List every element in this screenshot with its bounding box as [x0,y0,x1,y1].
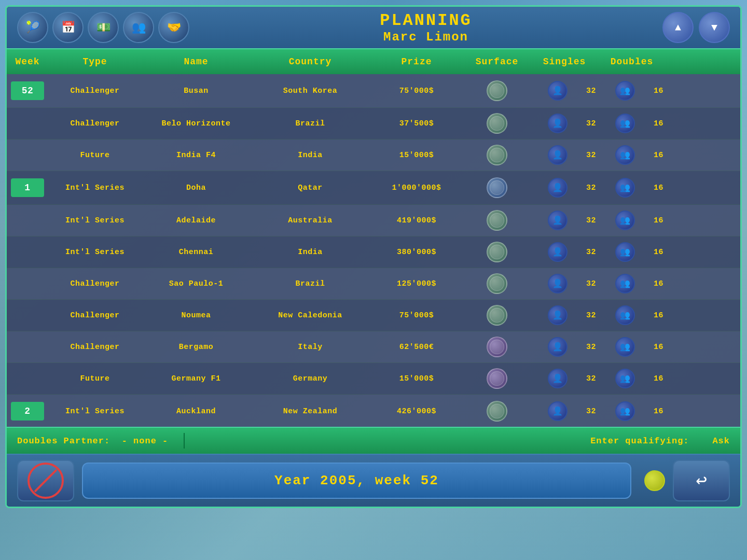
week-cell [7,310,48,320]
singles-icon: 👤 [548,337,568,357]
table-row[interactable]: Challenger Bergamo Italy 62'500€ 👤 32 👥 … [7,331,740,363]
week-cell [7,118,48,129]
doubles-icon: 👥 [615,145,635,165]
calendar-icon[interactable]: 📅 [52,12,84,43]
table-row[interactable]: Challenger Noumea New Caledonia 75'000$ … [7,300,740,331]
singles-count: 32 [586,311,596,320]
nav-down-button[interactable]: ▼ [699,12,730,43]
country-cell: New Caledonia [251,306,370,325]
singles-icon: 👤 [548,211,568,230]
doubles-count: 16 [654,119,663,128]
country-cell: Qatar [251,178,370,198]
singles-count: 32 [586,343,596,352]
singles-count: 32 [586,407,596,416]
footer-divider [184,433,185,449]
week-cell [7,150,48,160]
doubles-count: 16 [654,151,663,160]
singles-cell: 👤 32 [531,332,598,362]
players-icon[interactable]: 👥 [123,12,154,43]
money-icon[interactable]: 💵 [88,12,119,43]
surface-cell [463,205,531,236]
player-name: Marc Limon [189,30,662,44]
surface-inner [490,276,504,291]
doubles-partner-label: Doubles Partner: [17,436,110,446]
table-row[interactable]: Future India F4 India 15'000$ 👤 32 👥 16 [7,139,740,171]
doubles-count: 16 [654,87,663,95]
main-container: 🎾 📅 💵 👥 🤝 PLANNING Marc Limon ▲ ▼ Week T… [5,5,742,508]
doubles-count: 16 [654,279,663,288]
surface-inner [490,116,504,131]
col-doubles: Doubles [598,52,666,71]
col-country: Country [251,52,370,71]
bottom-bar: Year 2005, week 52 ↩ [7,454,740,507]
surface-ball-icon [487,177,507,198]
table-row[interactable]: Int'l Series Adelaide Australia 419'000$… [7,205,740,236]
table-row[interactable]: Challenger Sao Paulo-1 Brazil 125'000$ 👤… [7,268,740,300]
table-row[interactable]: Challenger Belo Horizonte Brazil 37'500$… [7,108,740,139]
surface-inner [490,180,504,195]
country-cell: Brazil [251,274,370,293]
singles-count: 32 [586,374,596,383]
surface-inner [490,83,504,98]
table-body: 52 Challenger Busan South Korea 75'000$ … [7,74,740,427]
week-cell [7,373,48,384]
country-cell: Italy [251,338,370,357]
name-cell: Doha [142,178,251,198]
type-cell: Challenger [48,274,142,293]
singles-icon: 👤 [548,242,568,262]
doubles-icon: 👥 [615,211,635,230]
doubles-cell: 👥 16 [598,332,666,362]
tennis-ball-icon [644,470,665,491]
back-button[interactable]: ↩ [673,460,730,501]
doubles-count: 16 [654,343,663,352]
nav-up-button[interactable]: ▲ [662,12,694,43]
header-nav: ▲ ▼ [662,12,730,43]
table-row[interactable]: Future Germany F1 Germany 15'000$ 👤 32 👥… [7,363,740,395]
surface-cell [463,236,531,268]
doubles-count: 16 [654,374,663,383]
back-arrow-icon: ↩ [696,469,707,492]
name-cell: Bergamo [142,338,251,357]
prize-cell: 125'000$ [370,274,463,293]
surface-cell [463,331,531,362]
surface-ball-icon [487,242,507,262]
table-header: Week Type Name Country Prize Surface Sin… [7,49,740,74]
racket-icon[interactable]: 🎾 [17,12,48,43]
surface-cell [463,75,531,106]
surface-inner [490,371,504,386]
singles-icon: 👤 [548,81,568,101]
singles-icon: 👤 [548,178,568,198]
doubles-cell: 👥 16 [598,140,666,170]
handshake-icon[interactable]: 🤝 [158,12,189,43]
prize-cell: 75'000$ [370,81,463,101]
header-icons: 🎾 📅 💵 👥 🤝 [17,12,189,43]
doubles-cell: 👥 16 [598,363,666,394]
singles-cell: 👤 32 [531,396,598,426]
prize-cell: 75'000$ [370,306,463,325]
singles-count: 32 [586,279,596,288]
country-cell: India [251,146,370,165]
doubles-cell: 👥 16 [598,108,666,138]
cancel-button[interactable] [17,460,74,501]
singles-count: 32 [586,119,596,128]
col-name: Name [142,52,251,71]
table-row[interactable]: 2 Int'l Series Auckland New Zealand 426'… [7,395,740,427]
doubles-icon: 👥 [615,178,635,198]
singles-cell: 👤 32 [531,140,598,170]
table-row[interactable]: Int'l Series Chennai India 380'000$ 👤 32… [7,236,740,268]
surface-ball-icon [487,210,507,231]
type-cell: Future [48,369,142,388]
col-week: Week [7,52,48,71]
singles-icon: 👤 [548,274,568,293]
name-cell: India F4 [142,146,251,165]
doubles-icon: 👥 [615,114,635,133]
type-cell: Challenger [48,81,142,101]
prize-cell: 1'000'000$ [370,178,463,198]
singles-cell: 👤 32 [531,205,598,235]
name-cell: Germany F1 [142,369,251,388]
table-row[interactable]: 1 Int'l Series Doha Qatar 1'000'000$ 👤 3… [7,171,740,205]
surface-ball-icon [487,113,507,134]
prize-cell: 380'000$ [370,243,463,262]
table-row[interactable]: 52 Challenger Busan South Korea 75'000$ … [7,74,740,108]
name-cell: Sao Paulo-1 [142,274,251,293]
